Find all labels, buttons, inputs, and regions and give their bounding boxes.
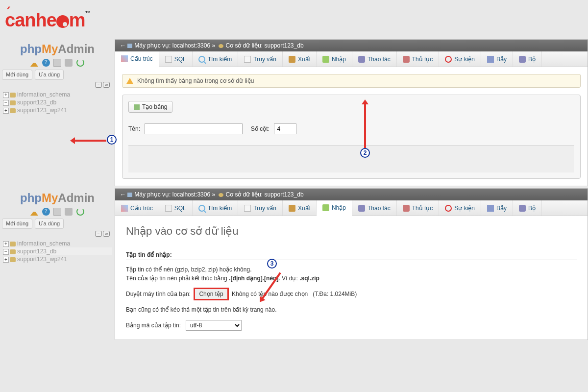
refresh-icon[interactable] <box>76 208 84 216</box>
no-file-text: Không có tệp nào được chọn <box>232 291 308 297</box>
breadcrumb: ← Máy phục vụ: localhost:3306 » Cơ sở dữ… <box>115 189 588 200</box>
tab-export[interactable]: Xuất <box>283 200 317 216</box>
sql-icon[interactable] <box>53 208 61 216</box>
operations-icon <box>358 205 365 212</box>
browse-line: Duyệt máy tính của bạn: Chọn tệp Không c… <box>126 288 577 300</box>
main-top: ← Máy phục vụ: localhost:3306 » Cơ sở dữ… <box>115 39 588 186</box>
sql-icon <box>165 56 172 63</box>
tab-triggers[interactable]: Bẫy <box>481 200 513 216</box>
tab-search[interactable]: Tìm kiếm <box>193 51 239 67</box>
triggers-icon <box>487 56 494 63</box>
tab-more[interactable]: Bộ <box>513 51 542 67</box>
query-icon <box>244 56 251 63</box>
tree-item[interactable]: +support123_wp241 <box>3 106 112 114</box>
triggers-icon <box>487 205 494 212</box>
sidebar-top: phpMyAdmin ? Mới dùng Ưa dùng −∞ +inform… <box>0 39 115 186</box>
tab-structure[interactable]: Cấu trúc <box>115 200 159 216</box>
tab-routines[interactable]: Thủ tục <box>397 51 440 67</box>
events-icon <box>445 56 452 63</box>
db-tree: +information_schema −support123_db +supp… <box>0 91 115 114</box>
name-label: Tên: <box>128 125 140 132</box>
tab-import[interactable]: Nhập <box>317 200 352 216</box>
database-icon <box>10 257 16 262</box>
breadcrumb: ← Máy phục vụ: localhost:3306 » Cơ sở dữ… <box>115 40 588 51</box>
notice-no-tables: Không tìm thấy bảng nào trong cơ sở dữ l… <box>122 74 581 88</box>
tab-routines[interactable]: Thủ tục <box>397 200 440 216</box>
compress-hint: Tập tin có thể nén (gzip, bzip2, zip) ho… <box>126 266 577 273</box>
tab-operations[interactable]: Thao tác <box>352 51 397 67</box>
database-icon <box>10 100 16 105</box>
tab-import[interactable]: Nhập <box>317 51 352 67</box>
tab-search[interactable]: Tìm kiếm <box>193 200 239 216</box>
tab-export[interactable]: Xuất <box>283 51 317 67</box>
more-icon <box>519 56 526 63</box>
collapse-icon[interactable]: − <box>95 82 102 88</box>
max-size: (T.Đa: 1.024MiB) <box>313 291 357 297</box>
drag-hint: Bạn cũng có thể kéo thả một tập tin trên… <box>126 306 577 313</box>
structure-icon <box>121 205 128 212</box>
tree-item[interactable]: +information_schema <box>3 240 112 247</box>
cols-input[interactable] <box>274 123 296 134</box>
search-icon <box>198 205 205 212</box>
charset-select[interactable]: utf-8 <box>186 320 242 331</box>
tab-more[interactable]: Bộ <box>513 200 542 216</box>
pma-logo: phpMyAdmin <box>0 191 115 205</box>
tabs-bottom: Cấu trúc SQL Tìm kiếm Truy vấn Xuất Nhập… <box>115 200 588 216</box>
import-icon <box>322 204 329 211</box>
refresh-icon[interactable] <box>76 59 84 67</box>
link-icon[interactable]: ∞ <box>103 82 110 88</box>
settings-icon[interactable] <box>65 208 73 216</box>
import-icon <box>322 56 329 63</box>
operations-icon <box>358 56 365 63</box>
recent-button[interactable]: Mới dùng <box>2 219 32 229</box>
choose-file-button[interactable]: Chọn tệp <box>194 288 228 300</box>
tab-events[interactable]: Sự kiện <box>439 51 481 67</box>
routines-icon <box>403 205 410 212</box>
export-icon <box>289 56 295 63</box>
tab-events[interactable]: Sự kiện <box>439 200 481 216</box>
collapse-icon[interactable]: − <box>95 231 102 237</box>
pma-logo: phpMyAdmin <box>0 42 115 56</box>
tab-sql[interactable]: SQL <box>159 51 193 67</box>
tab-structure[interactable]: Cấu trúc <box>115 51 159 67</box>
tab-query[interactable]: Truy vấn <box>238 200 283 216</box>
tab-triggers[interactable]: Bẫy <box>481 51 513 67</box>
charset-label: Bảng mã của tập tin: <box>126 322 181 329</box>
help-icon[interactable]: ? <box>42 208 50 216</box>
link-icon[interactable]: ∞ <box>103 231 110 237</box>
sql-icon <box>165 205 172 212</box>
search-icon <box>198 56 205 63</box>
tree-item[interactable]: +information_schema <box>3 91 112 98</box>
annotation-badge-2: 2 <box>360 148 370 158</box>
table-name-input[interactable] <box>145 123 243 134</box>
recent-button[interactable]: Mới dùng <box>2 70 32 80</box>
database-icon <box>10 93 16 98</box>
import-heading: Nhập vào cơ sở dữ liệu <box>126 225 577 238</box>
tab-operations[interactable]: Thao tác <box>352 200 397 216</box>
tree-item[interactable]: +support123_wp241 <box>3 255 112 263</box>
structure-icon <box>121 55 128 62</box>
database-icon <box>10 108 16 113</box>
brand-logo: ćanhem™ <box>5 10 91 31</box>
favorite-button[interactable]: Ưa dùng <box>35 70 64 80</box>
database-icon <box>10 242 16 246</box>
annotation-badge-3: 3 <box>267 259 277 269</box>
main-bottom: ← Máy phục vụ: localhost:3306 » Cơ sở dữ… <box>115 188 588 340</box>
tab-sql[interactable]: SQL <box>159 200 193 216</box>
create-table-button[interactable]: Tạo bảng <box>128 101 172 113</box>
tab-query[interactable]: Truy vấn <box>238 51 283 67</box>
create-table-box: Tạo bảng Tên: Số cột: <box>122 95 581 179</box>
events-icon <box>445 205 452 212</box>
settings-icon[interactable] <box>65 59 73 67</box>
sql-icon[interactable] <box>53 59 61 67</box>
tree-item-selected[interactable]: −support123_db <box>3 98 112 106</box>
file-section-title: Tập tin để nhập: <box>126 251 577 260</box>
filename-hint: Tên của tập tin nén phải kết thúc bằng .… <box>126 275 577 282</box>
tree-item-selected[interactable]: −support123_db <box>3 247 112 255</box>
query-icon <box>244 205 251 212</box>
home-icon[interactable] <box>30 208 38 216</box>
tabs-top: Cấu trúc SQL Tìm kiếm Truy vấn Xuất Nhập… <box>115 51 588 67</box>
help-icon[interactable]: ? <box>42 59 50 67</box>
home-icon[interactable] <box>30 59 38 67</box>
favorite-button[interactable]: Ưa dùng <box>35 219 64 229</box>
